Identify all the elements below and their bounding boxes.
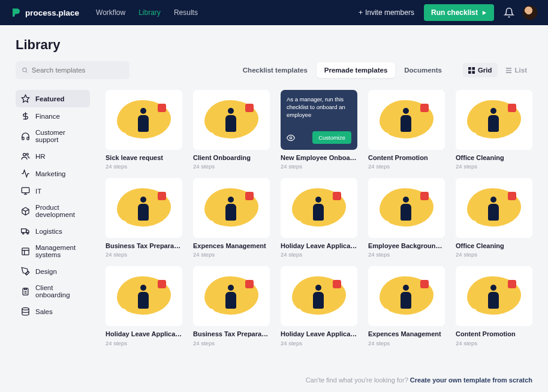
nav-library[interactable]: Library bbox=[138, 8, 161, 17]
template-card-thumb[interactable] bbox=[368, 90, 445, 150]
template-card-thumb[interactable] bbox=[193, 178, 270, 238]
truck-icon bbox=[21, 227, 30, 236]
dollar-icon bbox=[21, 111, 30, 120]
sidebar-item-hr[interactable]: HR bbox=[16, 147, 90, 165]
brand[interactable]: process.place bbox=[11, 7, 79, 18]
template-card-thumb[interactable]: As a manager, run this checklist to onbo… bbox=[281, 90, 357, 150]
svg-rect-4 bbox=[472, 71, 475, 74]
view-list[interactable]: List bbox=[500, 63, 532, 77]
svg-rect-7 bbox=[22, 188, 29, 193]
nav-workflow[interactable]: Workflow bbox=[96, 8, 125, 17]
svg-rect-3 bbox=[468, 71, 471, 74]
template-steps: 24 steps bbox=[456, 340, 532, 346]
play-icon bbox=[481, 10, 487, 16]
svg-rect-11 bbox=[22, 248, 29, 254]
template-card-thumb[interactable] bbox=[456, 178, 532, 238]
template-title: Employee Background Ch... bbox=[368, 242, 445, 250]
svg-point-14 bbox=[290, 137, 292, 139]
sidebar-item-customer-support[interactable]: Customer support bbox=[16, 125, 90, 147]
template-card-thumb[interactable] bbox=[106, 90, 182, 150]
template-card: Office Cleaning24 steps bbox=[456, 90, 532, 170]
template-steps: 24 steps bbox=[106, 251, 182, 258]
template-card-thumb[interactable] bbox=[368, 178, 445, 238]
illustration bbox=[204, 186, 258, 230]
segment-checklist[interactable]: Checklist templates bbox=[235, 62, 315, 78]
sidebar-item-logistics[interactable]: Logistics bbox=[16, 222, 90, 240]
logo-icon bbox=[11, 7, 22, 18]
illustration bbox=[467, 186, 521, 230]
avatar[interactable] bbox=[523, 5, 537, 20]
template-card-thumb[interactable] bbox=[193, 90, 270, 150]
template-card-thumb[interactable] bbox=[281, 266, 357, 326]
sidebar-item-featured[interactable]: Featured bbox=[16, 90, 90, 107]
list-icon bbox=[505, 67, 512, 74]
create-template-link[interactable]: Create your own template from scratch bbox=[410, 376, 532, 384]
search-input[interactable] bbox=[16, 61, 130, 79]
illustration bbox=[117, 186, 171, 230]
template-card-thumb[interactable] bbox=[106, 266, 182, 326]
svg-point-6 bbox=[26, 153, 28, 155]
view-toggle: Grid List bbox=[463, 63, 532, 77]
nav-results[interactable]: Results bbox=[174, 8, 198, 17]
sidebar-item-marketing[interactable]: Marketing bbox=[16, 165, 90, 182]
template-card-thumb[interactable] bbox=[368, 266, 445, 326]
segment-documents[interactable]: Documents bbox=[396, 62, 450, 78]
template-title: Holiday Leave Application bbox=[106, 330, 182, 338]
template-steps: 24 steps bbox=[106, 163, 182, 170]
bell-icon[interactable] bbox=[504, 7, 514, 18]
sidebar-item-label: Customer support bbox=[35, 129, 85, 143]
sidebar-item-label: IT bbox=[35, 188, 41, 195]
run-checklist-button[interactable]: Run checklist bbox=[424, 4, 494, 21]
sidebar-item-label: Marketing bbox=[35, 170, 66, 177]
illustration bbox=[117, 274, 171, 318]
illustration bbox=[117, 98, 171, 142]
grid-icon bbox=[468, 67, 475, 74]
invite-members[interactable]: + Invite members bbox=[359, 8, 414, 17]
customize-button[interactable]: Customize bbox=[312, 131, 351, 144]
template-card-thumb[interactable] bbox=[106, 178, 182, 238]
illustration bbox=[467, 98, 521, 142]
segment-premade[interactable]: Premade templates bbox=[317, 62, 395, 78]
brand-name: process.place bbox=[25, 8, 79, 17]
template-card-thumb[interactable] bbox=[456, 266, 532, 326]
sidebar-item-label: Product development bbox=[35, 204, 85, 218]
template-card: Sick leave request24 steps bbox=[106, 90, 182, 170]
template-steps: 24 steps bbox=[368, 163, 445, 170]
template-steps: 24 steps bbox=[456, 163, 532, 170]
template-card: Employee Background Ch...24 steps bbox=[368, 178, 445, 258]
svg-rect-8 bbox=[22, 229, 26, 233]
template-title: Expences Management bbox=[193, 242, 270, 250]
sidebar-item-client-onboarding[interactable]: Client onboarding bbox=[16, 280, 90, 303]
users-icon bbox=[21, 152, 30, 161]
template-steps: 24 steps bbox=[368, 251, 445, 258]
illustration bbox=[380, 186, 433, 230]
view-grid[interactable]: Grid bbox=[463, 63, 498, 77]
template-card: Office Cleaning24 steps bbox=[456, 178, 532, 258]
sidebar-item-label: Featured bbox=[35, 95, 65, 102]
template-card-thumb[interactable] bbox=[281, 178, 357, 238]
template-steps: 24 steps bbox=[281, 163, 357, 170]
illustration bbox=[292, 186, 346, 230]
sidebar-item-product-development[interactable]: Product development bbox=[16, 200, 90, 222]
template-card-thumb[interactable] bbox=[456, 90, 532, 150]
template-card-thumb[interactable] bbox=[193, 266, 270, 326]
template-title: Sick leave request bbox=[106, 154, 182, 162]
sidebar-item-design[interactable]: Design bbox=[16, 263, 90, 280]
sidebar-item-it[interactable]: IT bbox=[16, 182, 90, 200]
sidebar-item-sales[interactable]: Sales bbox=[16, 303, 90, 320]
headphones-icon bbox=[21, 132, 30, 141]
template-grid: Sick leave request24 stepsClient Onboard… bbox=[106, 90, 532, 346]
category-sidebar: Featured Finance Customer support HR Mar… bbox=[16, 90, 90, 346]
illustration bbox=[204, 274, 258, 318]
template-title: Content Promotion bbox=[368, 154, 445, 162]
run-label: Run checklist bbox=[431, 8, 478, 17]
template-card: Holiday Leave Application24 steps bbox=[106, 266, 182, 346]
search-field[interactable] bbox=[32, 67, 124, 74]
template-card: Content Promotion24 steps bbox=[456, 266, 532, 346]
eye-icon[interactable] bbox=[287, 134, 295, 142]
template-card: Expences Management24 steps bbox=[368, 266, 445, 346]
sidebar-item-management-systems[interactable]: Management systems bbox=[16, 240, 90, 263]
page-title: Library bbox=[16, 37, 532, 53]
database-icon bbox=[21, 307, 30, 316]
sidebar-item-finance[interactable]: Finance bbox=[16, 107, 90, 125]
